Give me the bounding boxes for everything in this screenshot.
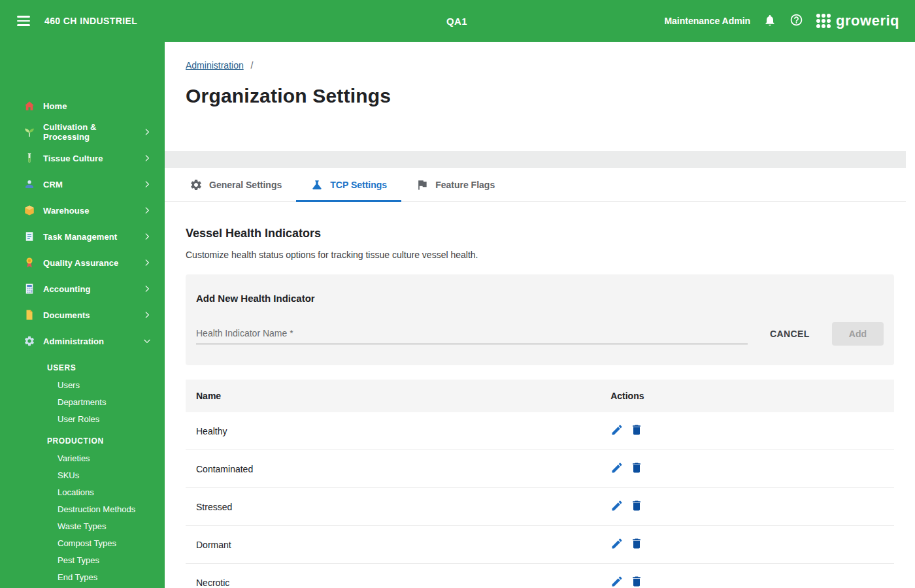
health-indicator-name-input[interactable] [196, 324, 748, 344]
page-header: Administration / Organization Settings [165, 42, 915, 151]
sidebar-item-label: Tissue Culture [43, 154, 142, 163]
sidebar-item-cultivation-processing[interactable]: Cultivation & Processing [0, 119, 165, 145]
chevron-right-icon [142, 284, 153, 294]
row-actions [610, 499, 884, 514]
delete-button[interactable] [630, 499, 643, 514]
edit-icon [610, 537, 624, 552]
delete-button[interactable] [630, 423, 643, 438]
chevron-right-icon [142, 310, 153, 320]
chevron-right-icon [142, 257, 153, 268]
indicator-name: Stressed [186, 488, 600, 526]
scrollbar-track[interactable] [906, 42, 915, 588]
home-icon [24, 100, 35, 112]
chevron-right-icon [142, 127, 153, 137]
delete-button[interactable] [630, 461, 643, 476]
delete-icon [630, 499, 643, 514]
sidebar-link-pest-types[interactable]: Pest Types [0, 551, 165, 568]
sidebar-link-user-roles[interactable]: User Roles [0, 410, 165, 427]
facility-name[interactable]: 460 CH INDUSTRIEL [44, 16, 137, 26]
brand-name: groweriq [836, 12, 899, 29]
dots-grid-icon [816, 14, 831, 28]
sidebar-item-label: Documents [43, 310, 142, 320]
row-actions [610, 575, 884, 588]
hamburger-menu-icon[interactable] [14, 13, 33, 29]
sidebar-link-waste-types[interactable]: Waste Types [0, 517, 165, 534]
main-content: Administration / Organization Settings G… [165, 42, 915, 588]
tab-general-settings[interactable]: General Settings [175, 168, 296, 201]
sidebar-link-users[interactable]: Users [0, 376, 165, 393]
tab-label: Feature Flags [435, 180, 495, 190]
delete-button[interactable] [630, 537, 643, 552]
chevron-right-icon [142, 231, 153, 242]
breadcrumb: Administration / [186, 60, 894, 71]
quality-assurance-icon [24, 257, 35, 269]
chevron-right-icon [142, 153, 153, 163]
table-row: Necrotic [186, 564, 894, 588]
edit-button[interactable] [610, 537, 624, 552]
sidebar-item-quality-assurance[interactable]: Quality Assurance [0, 250, 165, 276]
sidebar-link-compost-types[interactable]: Compost Types [0, 534, 165, 551]
sidebar-item-label: CRM [43, 180, 142, 189]
brand-logo[interactable]: groweriq [816, 12, 899, 29]
topbar-right: Maintenance Admin groweriq [467, 12, 915, 29]
topbar-left: 460 CH INDUSTRIEL [0, 13, 446, 29]
help-icon[interactable] [790, 13, 803, 29]
row-actions [610, 537, 884, 552]
edit-button[interactable] [610, 461, 624, 476]
sidebar-section-production: PRODUCTION [0, 427, 165, 449]
sidebar-link-destruction-methods[interactable]: Destruction Methods [0, 500, 165, 517]
sidebar-link-departments[interactable]: Departments [0, 393, 165, 410]
sidebar: HomeCultivation & ProcessingTissue Cultu… [0, 42, 165, 588]
flag-icon [416, 178, 429, 191]
cancel-button[interactable]: CANCEL [766, 328, 814, 340]
breadcrumb-administration-link[interactable]: Administration [186, 60, 244, 71]
environment-label: QA1 [446, 16, 467, 27]
sidebar-item-label: Accounting [43, 284, 142, 294]
sidebar-section-users: USERS [0, 354, 165, 376]
tab-feature-flags[interactable]: Feature Flags [401, 168, 509, 201]
health-indicators-table: Name Actions HealthyContaminatedStressed… [186, 380, 894, 588]
sidebar-link-varieties[interactable]: Varieties [0, 449, 165, 466]
table-row: Healthy [186, 412, 894, 450]
accounting-icon [24, 283, 35, 295]
sidebar-item-accounting[interactable]: Accounting [0, 276, 165, 302]
row-actions [610, 423, 884, 438]
sidebar-item-task-management[interactable]: Task Management [0, 223, 165, 250]
task-management-icon [24, 231, 35, 242]
tab-tcp-settings[interactable]: TCP Settings [296, 168, 401, 201]
cultivation-icon [24, 126, 35, 138]
add-button[interactable]: Add [832, 322, 884, 346]
administration-icon [24, 335, 35, 347]
user-menu[interactable]: Maintenance Admin [664, 16, 750, 26]
warehouse-icon [24, 204, 35, 216]
sidebar-item-home[interactable]: Home [0, 93, 165, 119]
notifications-bell-icon[interactable] [763, 14, 776, 29]
table-row: Dormant [186, 526, 894, 564]
chevron-right-icon [142, 179, 153, 189]
sidebar-item-tissue-culture[interactable]: Tissue Culture [0, 145, 165, 171]
sidebar-item-documents[interactable]: Documents [0, 302, 165, 328]
sidebar-link-destruction-reasons[interactable]: Destruction Reasons [0, 585, 165, 588]
sidebar-link-end-types[interactable]: End Types [0, 568, 165, 585]
edit-button[interactable] [610, 423, 624, 438]
gear-icon [190, 178, 203, 191]
edit-button[interactable] [610, 575, 624, 588]
sidebar-item-crm[interactable]: CRM [0, 171, 165, 197]
sidebar-link-skus[interactable]: SKUs [0, 466, 165, 483]
edit-button[interactable] [610, 499, 624, 514]
sidebar-item-label: Task Management [43, 232, 142, 242]
sidebar-nav: HomeCultivation & ProcessingTissue Cultu… [0, 42, 165, 588]
delete-button[interactable] [630, 575, 643, 588]
sidebar-link-locations[interactable]: Locations [0, 483, 165, 500]
topbar: 460 CH INDUSTRIEL QA1 Maintenance Admin … [0, 0, 915, 42]
sidebar-item-warehouse[interactable]: Warehouse [0, 197, 165, 223]
add-indicator-form: CANCEL Add [196, 322, 884, 346]
row-actions [610, 461, 884, 476]
breadcrumb-separator: / [251, 60, 254, 71]
column-header-name: Name [186, 380, 600, 412]
table-row: Stressed [186, 488, 894, 526]
sidebar-item-administration[interactable]: Administration [0, 328, 165, 354]
tab-label: TCP Settings [330, 180, 387, 190]
delete-icon [630, 575, 643, 588]
sidebar-item-label: Cultivation & Processing [43, 122, 142, 142]
